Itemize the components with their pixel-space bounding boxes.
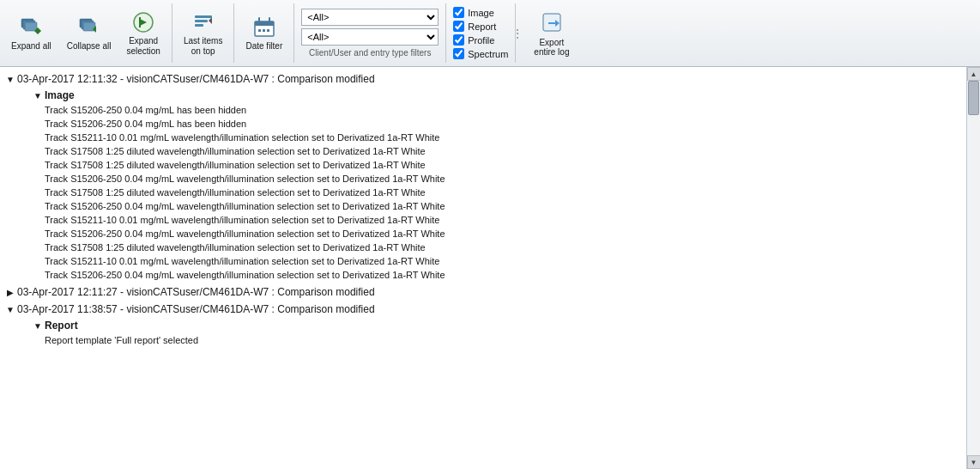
tree-text: Track S17508 1:25 diluted wavelength/ill… — [45, 160, 426, 170]
checkbox-group: Image Report Profile Spectrum — [446, 3, 516, 63]
filter-caption: Client/User and entry type filters — [301, 48, 439, 58]
report-checkbox-label[interactable]: Report — [468, 21, 496, 32]
list-item: Track S15206-250 0.04 mg/mL wavelength/i… — [0, 268, 966, 282]
tree-item-root1: ▼ 03-Apr-2017 12:11:32 - visionCATSuser/… — [0, 70, 966, 283]
svg-rect-21 — [263, 29, 265, 32]
collapse-all-icon — [77, 15, 101, 40]
profile-checkbox-row: Profile — [453, 34, 508, 46]
tree-text: Track S15206-250 0.04 mg/mL has been hid… — [45, 105, 246, 115]
scrollbar-track[interactable] — [967, 81, 980, 455]
expand-all-button[interactable]: Expand all — [5, 11, 57, 56]
tree-item-report1: ▼ Report Report template 'Full report' s… — [0, 317, 966, 348]
report-checkbox[interactable] — [453, 21, 464, 32]
svg-rect-12 — [195, 15, 212, 18]
profile-checkbox-label[interactable]: Profile — [468, 35, 494, 46]
profile-checkbox[interactable] — [453, 34, 464, 46]
tree-toggle-root1[interactable]: ▼ — [3, 72, 17, 86]
tree-text-root1: 03-Apr-2017 12:11:32 - visionCATSuser/CM… — [17, 73, 375, 85]
list-item: Track S15206-250 0.04 mg/mL wavelength/i… — [0, 227, 966, 241]
tree-toggle-root3[interactable]: ▼ — [3, 302, 17, 316]
tree-text: Report template 'Full report' selected — [45, 335, 198, 345]
tree-item-root2: ▶ 03-Apr-2017 12:11:27 - visionCATSuser/… — [0, 283, 966, 301]
tree-item-image1: ▼ Image Track S15206-250 0.04 mg/mL has … — [0, 87, 966, 283]
spectrum-checkbox[interactable] — [453, 48, 464, 59]
date-filter-label: Date filter — [245, 41, 282, 52]
expand-selection-icon — [131, 10, 155, 34]
tree-row-report1[interactable]: ▼ Report — [0, 318, 966, 333]
scrollbar-up-arrow[interactable]: ▲ — [967, 67, 981, 81]
tree-text: Track S15206-250 0.04 mg/mL wavelength/i… — [45, 228, 445, 239]
client-filter-select[interactable]: <All> — [301, 9, 439, 26]
list-item: Report template 'Full report' selected — [0, 333, 966, 347]
image-checkbox[interactable] — [453, 7, 464, 18]
date-filter-button[interactable]: Date filter — [239, 11, 288, 56]
filter-row-2: <All> — [301, 28, 439, 46]
collapse-all-button[interactable]: Collapse all — [61, 11, 118, 56]
tree-row-image1[interactable]: ▼ Image — [0, 88, 966, 103]
spectrum-checkbox-label[interactable]: Spectrum — [468, 49, 508, 59]
tree-text: Track S15211-10 0.01 mg/mL wavelength/il… — [45, 256, 439, 266]
tree-row-root2[interactable]: ▶ 03-Apr-2017 12:11:27 - visionCATSuser/… — [0, 284, 966, 300]
list-item: Track S17508 1:25 diluted wavelength/ill… — [0, 158, 966, 172]
list-item: Track S17508 1:25 diluted wavelength/ill… — [0, 144, 966, 158]
tree-text: Track S15206-250 0.04 mg/mL has been hid… — [45, 119, 246, 129]
tree-row-root1[interactable]: ▼ 03-Apr-2017 12:11:32 - visionCATSuser/… — [0, 71, 966, 87]
indent-image1 — [3, 88, 17, 102]
svg-rect-17 — [255, 21, 274, 26]
spectrum-checkbox-row: Spectrum — [453, 48, 508, 59]
filter-section: <All> <All> Client/User and entry type f… — [294, 3, 446, 63]
svg-marker-3 — [38, 27, 41, 34]
tree-text: Track S17508 1:25 diluted wavelength/ill… — [45, 187, 426, 198]
scrollbar-down-arrow[interactable]: ▼ — [967, 455, 981, 469]
tree-item-root3: ▼ 03-Apr-2017 11:38:57 - visionCATSuser/… — [0, 301, 966, 349]
tree-text: Track S17508 1:25 diluted wavelength/ill… — [45, 146, 426, 156]
export-entire-log-button[interactable]: Exportentire log — [524, 6, 578, 61]
image-checkbox-row: Image — [453, 7, 508, 18]
entry-type-filter-select[interactable]: <All> — [301, 28, 439, 46]
tree-toggle-image1[interactable]: ▼ — [31, 88, 45, 102]
report-checkbox-row: Report — [453, 21, 508, 32]
last-items-on-top-button[interactable]: Last itemson top — [178, 6, 229, 61]
tree-text: Track S17508 1:25 diluted wavelength/ill… — [45, 242, 426, 253]
svg-rect-14 — [195, 24, 203, 27]
tree-text: Track S15211-10 0.01 mg/mL wavelength/il… — [45, 215, 439, 225]
tree-text-image1: Image — [45, 89, 75, 101]
scrollbar-thumb[interactable] — [968, 81, 979, 115]
svg-rect-22 — [267, 29, 269, 32]
collapse-all-label: Collapse all — [67, 41, 112, 52]
expand-selection-label: Expandselection — [126, 36, 160, 57]
list-item: Track S15211-10 0.01 mg/mL wavelength/il… — [0, 213, 966, 227]
vertical-scrollbar[interactable]: ▲ ▼ — [966, 67, 980, 469]
list-item: Track S15211-10 0.01 mg/mL wavelength/il… — [0, 131, 966, 144]
tree-text-root2: 03-Apr-2017 12:11:27 - visionCATSuser/CM… — [17, 286, 375, 298]
list-item: Track S15206-250 0.04 mg/mL wavelength/i… — [0, 199, 966, 213]
order-group: Last itemson top — [172, 3, 235, 63]
tree-toggle-root2[interactable]: ▶ — [3, 285, 17, 299]
svg-rect-13 — [195, 20, 208, 22]
tree-text: Track S15211-10 0.01 mg/mL wavelength/il… — [45, 132, 439, 143]
toolbar: Expand all Collapse all — [0, 0, 980, 67]
content-area: ▼ 03-Apr-2017 12:11:32 - visionCATSuser/… — [0, 67, 980, 469]
svg-rect-20 — [258, 29, 261, 32]
list-item: Track S15206-250 0.04 mg/mL wavelength/i… — [0, 172, 966, 186]
tree-text: Track S15206-250 0.04 mg/mL wavelength/i… — [45, 270, 445, 280]
list-item: Track S15206-250 0.04 mg/mL has been hid… — [0, 103, 966, 117]
tree-area[interactable]: ▼ 03-Apr-2017 12:11:32 - visionCATSuser/… — [0, 67, 966, 469]
export-group: Exportentire log — [519, 3, 584, 63]
svg-marker-15 — [209, 17, 212, 24]
image-checkbox-label[interactable]: Image — [468, 8, 494, 18]
expand-collapse-group: Expand all Collapse all — [0, 3, 172, 63]
tree-row-root3[interactable]: ▼ 03-Apr-2017 11:38:57 - visionCATSuser/… — [0, 302, 966, 317]
tree-text-report1: Report — [45, 320, 78, 332]
date-filter-group: Date filter — [234, 3, 294, 63]
export-icon — [540, 10, 564, 36]
tree-toggle-report1[interactable]: ▼ — [31, 319, 45, 332]
last-items-icon — [191, 10, 215, 34]
tree-text-root3: 03-Apr-2017 11:38:57 - visionCATSuser/CM… — [17, 303, 375, 315]
expand-selection-button[interactable]: Expandselection — [120, 6, 166, 61]
list-item: Track S17508 1:25 diluted wavelength/ill… — [0, 241, 966, 254]
list-item: Track S15211-10 0.01 mg/mL wavelength/il… — [0, 254, 966, 268]
filter-row-1: <All> — [301, 9, 439, 26]
list-item: Track S15206-250 0.04 mg/mL has been hid… — [0, 117, 966, 131]
export-label: Exportentire log — [534, 38, 569, 57]
